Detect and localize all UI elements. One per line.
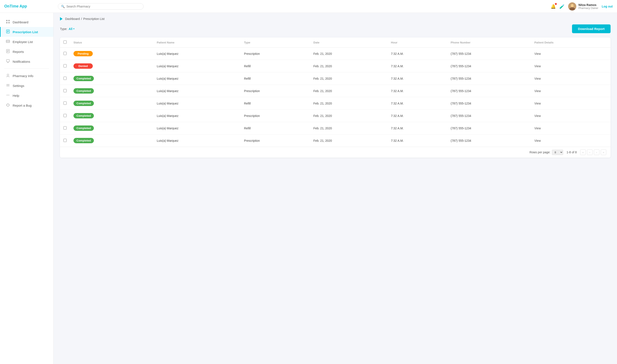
svg-point-26 bbox=[9, 95, 9, 95]
view-link-0[interactable]: View bbox=[534, 52, 541, 55]
row-phone-0: (787) 555-1234 bbox=[447, 48, 531, 60]
next-page-button[interactable]: › bbox=[594, 149, 599, 155]
breadcrumb: Dashboard / Prescription List bbox=[60, 17, 611, 21]
user-name: Nitza Ramos bbox=[578, 3, 598, 7]
row-checkbox-input-2[interactable] bbox=[63, 77, 67, 80]
row-patient-6: Luis(a) Marquez bbox=[153, 122, 241, 134]
status-badge-0: Pending bbox=[73, 51, 93, 56]
rows-per-page-select[interactable]: 8 10 25 bbox=[552, 150, 563, 155]
sidebar-item-reports[interactable]: Reports bbox=[0, 47, 53, 56]
svg-rect-12 bbox=[6, 40, 10, 43]
svg-point-25 bbox=[8, 95, 8, 95]
view-link-1[interactable]: View bbox=[534, 65, 541, 68]
mortar-icon[interactable]: 🧪 bbox=[559, 4, 565, 9]
row-checkbox-input-4[interactable] bbox=[63, 102, 67, 105]
row-date-0: Feb. 21, 2020 bbox=[310, 48, 388, 60]
type-select[interactable]: All ▾ bbox=[68, 27, 74, 31]
user-text: Nitza Ramos Pharmacy Owner bbox=[578, 3, 598, 10]
notifications-icon[interactable]: 🔔 bbox=[550, 4, 556, 9]
table-row: Completed Luis(a) Marquez Prescription F… bbox=[60, 85, 611, 97]
row-status-6: Completed bbox=[70, 122, 153, 134]
layout: Dashboard Prescription List Employee Lis… bbox=[0, 13, 617, 364]
row-action-0: View bbox=[531, 48, 611, 60]
prev-page-button[interactable]: ‹ bbox=[587, 149, 592, 155]
view-link-4[interactable]: View bbox=[534, 102, 541, 105]
row-checkbox-input-0[interactable] bbox=[63, 52, 67, 55]
header-checkbox-col bbox=[60, 38, 70, 48]
logout-button[interactable]: Log out bbox=[602, 5, 613, 8]
sidebar-item-settings[interactable]: Settings bbox=[0, 81, 53, 91]
avatar bbox=[568, 2, 576, 11]
settings-icon bbox=[6, 83, 10, 88]
row-action-3: View bbox=[531, 85, 611, 97]
dashboard-icon bbox=[6, 20, 10, 25]
pharmacy-info-icon bbox=[6, 73, 10, 78]
sidebar-label-prescription-list: Prescription List bbox=[13, 30, 38, 34]
view-link-3[interactable]: View bbox=[534, 89, 541, 93]
row-hour-2: 7:32 A.M. bbox=[388, 72, 447, 85]
row-type-4: Refill bbox=[241, 97, 310, 110]
row-status-1: Denied bbox=[70, 60, 153, 72]
sidebar-item-employee-list[interactable]: Employee List bbox=[0, 37, 53, 47]
row-checkbox-input-6[interactable] bbox=[63, 126, 67, 130]
view-link-7[interactable]: View bbox=[534, 139, 541, 143]
row-action-2: View bbox=[531, 72, 611, 85]
row-checkbox-input-1[interactable] bbox=[63, 64, 67, 67]
search-icon: 🔍 bbox=[61, 5, 65, 8]
sidebar-item-dashboard[interactable]: Dashboard bbox=[0, 17, 53, 27]
row-checkbox-6 bbox=[60, 122, 70, 134]
type-filter: Type: All ▾ bbox=[60, 27, 74, 31]
breadcrumb-sep: / bbox=[81, 17, 82, 21]
last-page-button[interactable]: » bbox=[601, 149, 606, 155]
row-type-5: Prescription bbox=[241, 110, 310, 122]
sidebar-item-prescription-list[interactable]: Prescription List bbox=[0, 27, 53, 37]
row-phone-5: (787) 555-1234 bbox=[447, 110, 531, 122]
row-checkbox-input-5[interactable] bbox=[63, 114, 67, 117]
row-checkbox-input-7[interactable] bbox=[63, 139, 67, 142]
view-link-5[interactable]: View bbox=[534, 114, 541, 117]
download-report-button[interactable]: Download Report bbox=[572, 25, 611, 33]
toolbar: Type: All ▾ Download Report bbox=[60, 25, 611, 33]
row-checkbox-7 bbox=[60, 134, 70, 147]
sidebar-label-report-bug: Report a Bug bbox=[13, 104, 31, 107]
avatar-image bbox=[568, 2, 576, 11]
search-input[interactable] bbox=[67, 5, 140, 8]
status-badge-1: Denied bbox=[73, 63, 93, 69]
table-row: Pending Luis(a) Marquez Prescription Feb… bbox=[60, 48, 611, 60]
table-row: Completed Luis(a) Marquez Prescription F… bbox=[60, 110, 611, 122]
header-right: 🔔 🧪 Nitza Ramos Pharmacy bbox=[550, 2, 613, 11]
notifications-icon bbox=[6, 59, 10, 64]
row-type-6: Refill bbox=[241, 122, 310, 134]
row-action-6: View bbox=[531, 122, 611, 134]
svg-line-29 bbox=[9, 104, 10, 104]
select-all-checkbox[interactable] bbox=[63, 40, 67, 44]
table-row: Completed Luis(a) Marquez Prescription F… bbox=[60, 134, 611, 147]
status-badge-3: Completed bbox=[73, 88, 94, 93]
svg-rect-6 bbox=[6, 22, 8, 23]
row-checkbox-input-3[interactable] bbox=[63, 89, 67, 92]
row-status-4: Completed bbox=[70, 97, 153, 110]
sidebar-item-notifications[interactable]: Notifications bbox=[0, 56, 53, 66]
sidebar-item-report-bug[interactable]: Report a Bug bbox=[0, 100, 53, 110]
user-info: Nitza Ramos Pharmacy Owner bbox=[568, 2, 598, 11]
row-checkbox-0 bbox=[60, 48, 70, 60]
row-date-2: Feb. 21, 2020 bbox=[310, 72, 388, 85]
header-date: Date bbox=[310, 38, 388, 48]
rows-per-page-label: Rows per page: bbox=[529, 151, 550, 154]
row-phone-6: (787) 555-1234 bbox=[447, 122, 531, 134]
reports-icon bbox=[6, 49, 10, 54]
first-page-button[interactable]: « bbox=[580, 149, 586, 155]
svg-rect-4 bbox=[6, 20, 8, 21]
status-badge-6: Completed bbox=[73, 126, 94, 131]
sidebar: Dashboard Prescription List Employee Lis… bbox=[0, 13, 54, 364]
view-link-2[interactable]: View bbox=[534, 77, 541, 80]
sidebar-item-pharmacy-info[interactable]: Pharmacy Info bbox=[0, 71, 53, 81]
view-link-6[interactable]: View bbox=[534, 127, 541, 130]
sidebar-item-help[interactable]: Help bbox=[0, 91, 53, 100]
row-checkbox-1 bbox=[60, 60, 70, 72]
rows-per-page: Rows per page: 8 10 25 bbox=[529, 150, 563, 155]
page-nav: « ‹ › » bbox=[580, 149, 606, 155]
search-container: 🔍 bbox=[58, 3, 144, 10]
row-patient-3: Luis(a) Marquez bbox=[153, 85, 241, 97]
table-row: Completed Luis(a) Marquez Refill Feb. 21… bbox=[60, 72, 611, 85]
